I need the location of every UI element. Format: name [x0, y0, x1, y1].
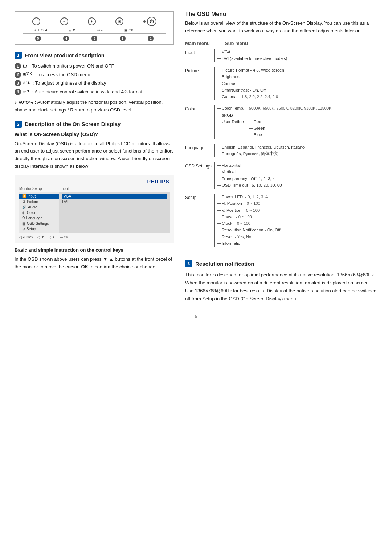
auto-label-text: AUTO/◄ — [19, 101, 33, 105]
osd-col-titles: Monitor Setup Input — [19, 187, 170, 191]
setup-phase: Phase - 0 ~ 100 — [217, 214, 377, 220]
osd-menu-picture: ⚙ Picture — [19, 199, 59, 204]
btn-4-icon: ⊟/▼ — [23, 88, 30, 94]
button-numbers: 5 4 3 2 1 — [23, 36, 166, 41]
footer-down: ◁ ▼ — [37, 235, 44, 239]
btn-3-text: : To adjust brightness of the display — [33, 80, 106, 87]
menu-input: Input VGA DVI (available for selective m… — [185, 49, 377, 65]
osd-settings-main: OSD Settings — [185, 162, 214, 169]
color-icon: ◎ — [22, 211, 25, 215]
osd-transparency: Transparency - Off, 1, 2, 3, 4 — [217, 176, 377, 182]
color-srgb: sRGB — [217, 112, 377, 118]
section3-title: Resolution notification — [195, 261, 254, 267]
input-subs: VGA DVI (available for selective models) — [214, 49, 377, 62]
osd-menu-description: Below is an overall view of the structur… — [185, 20, 377, 35]
color-temp: Color Temp. - 5000K, 6500K, 7500K, 8200K… — [217, 105, 377, 111]
language-label: Language — [26, 216, 42, 220]
language-row1: English, Español, Français, Deutsch, Ita… — [217, 144, 377, 150]
timeout-label: OSD Time out - 5, 10, 20, 30, 60 — [222, 182, 282, 188]
btn-4-text: : Auto picure control switching in wide … — [32, 88, 143, 96]
menu-label: ⊟/▼ — [69, 28, 75, 32]
osd-icon: ▦ — [22, 222, 25, 226]
setup-icon: ⊙ — [22, 227, 25, 231]
color-blue: Blue — [249, 132, 265, 138]
badge-2: 2 — [15, 72, 21, 78]
horizontal-label: Horizontal — [222, 162, 241, 169]
picture-contrast: Contrast — [217, 81, 377, 87]
badge-1: 1 — [15, 63, 21, 69]
setup-label: Setup — [26, 227, 36, 231]
led-dot — [143, 20, 146, 23]
menu-color: Color Color Temp. - 5000K, 6500K, 7500K,… — [185, 105, 377, 141]
setup-resolution-notif: Resolution Notification - On, Off — [217, 227, 377, 233]
btn-desc-4: 4 ⊟/▼ : Auto picure control switching in… — [15, 88, 174, 96]
osd-horizontal: Horizontal — [217, 162, 377, 169]
ok-label: ▣/OK — [124, 28, 134, 32]
color-main: Color — [185, 105, 214, 112]
picture-label: Picture — [27, 200, 38, 204]
sub-menu-header: Sub menu — [225, 41, 377, 46]
vposition-label: V. Position - 0 ~ 100 — [222, 207, 260, 214]
btn-3-icon: ☆/▲ — [23, 80, 30, 85]
osd-menu-setup: ⊙ Setup — [19, 226, 59, 232]
picture-icon: ⚙ — [22, 200, 25, 204]
input-icon: 📶 — [22, 194, 26, 198]
language-icon: Ω — [22, 216, 25, 220]
audio-label: Audio — [28, 205, 37, 209]
osd-menu-osd: ▦ OSD Settings — [19, 221, 59, 226]
osd-col2-title: Input — [61, 187, 69, 191]
color-userdefine: User Define Red Green — [217, 119, 377, 139]
footer-up: ◁ ▲ — [49, 235, 55, 239]
menu-button: ≡ — [60, 17, 68, 25]
picture-format-label: Picture Format - 4:3, Wide screen — [222, 67, 284, 73]
footer-back: ◁◄ Back — [19, 235, 33, 239]
section2-header: 2 Description of the On Screen Display — [15, 121, 174, 128]
menu-setup: Setup Power LED - 0, 1, 2, 3, 4 H. Posit… — [185, 194, 377, 249]
monitor-buttons: ≡ ✦ ▣ ⏻ — [23, 17, 166, 26]
language-subs: English, Español, Français, Deutsch, Ita… — [214, 144, 377, 158]
section3-header: 3 Resolution notification — [185, 260, 377, 267]
btn-desc-1: 1 ⏻ : To switch monitor's power ON and O… — [15, 62, 174, 70]
vertical-label: Vertical — [222, 169, 236, 175]
brightness-button: ✦ — [88, 17, 96, 25]
transparency-label: Transparency - Off, 1, 2, 3, 4 — [222, 176, 275, 182]
auto-badge-5: 5 — [15, 101, 17, 105]
ok-button: ▣ — [115, 17, 123, 25]
osd-menu-input: 📶 Input — [19, 194, 59, 199]
picture-gamma: Gamma - 1.8, 2.0, 2.2, 2.4, 2.6 — [217, 94, 377, 100]
menu-tree: Input VGA DVI (available for selective m… — [185, 49, 377, 249]
badge-3: 3 — [15, 80, 21, 86]
section1-header: 1 Front view product description — [15, 52, 174, 59]
osd-menu-language: Ω Language — [19, 215, 59, 221]
hposition-label: H. Position - 0 ~ 100 — [222, 200, 260, 207]
setup-clock: Clock - 0 ~ 100 — [217, 220, 377, 227]
btn-1-text: : To switch monitor's power ON and OFF — [29, 62, 114, 70]
osd-label: OSD Settings — [27, 222, 49, 226]
setup-information: Information — [217, 240, 377, 247]
phase-label: Phase - 0 ~ 100 — [222, 214, 252, 220]
osd-settings-subs: Horizontal Vertical Transparency - Off, … — [214, 162, 377, 189]
btn-2-icon: ▣/OK — [23, 71, 32, 77]
instruction-title: Basic and simple instruction on the cont… — [15, 247, 174, 253]
setup-subs: Power LED - 0, 1, 2, 3, 4 H. Position - … — [214, 194, 377, 247]
badge-4: 4 — [15, 89, 21, 95]
osd-submenu: VGA DVI — [59, 192, 170, 233]
setup-main: Setup — [185, 194, 214, 201]
gamma-label: Gamma - 1.8, 2.0, 2.2, 2.4, 2.6 — [222, 94, 278, 100]
btn-desc-2: 2 ▣/OK : To access the OSD menu — [15, 71, 174, 78]
btn-desc-3: 3 ☆/▲ : To adjust brightness of the disp… — [15, 80, 174, 87]
reset-label: Reset - Yes, No — [222, 234, 251, 240]
num-1: 1 — [148, 36, 154, 41]
brightness-label: Brightness — [222, 74, 241, 80]
osd-demo-header: PHILIPS — [19, 179, 170, 184]
dvi-label: DVI (available for selective models) — [222, 56, 287, 62]
osd-sub-dvi: DVI — [62, 199, 167, 204]
picture-smartcontrast: SmartContrast - On, Off — [217, 87, 377, 93]
instruction-text: In the OSD shown above users can press ▼… — [15, 256, 174, 271]
footer-ok: ▬ OK — [60, 235, 69, 239]
color-subs: Color Temp. - 5000K, 6500K, 7500K, 8200K… — [214, 105, 377, 139]
setup-powerled: Power LED - 0, 1, 2, 3, 4 — [217, 194, 377, 200]
setup-vposition: V. Position - 0 ~ 100 — [217, 207, 377, 214]
picture-brightness: Brightness — [217, 74, 377, 80]
setup-reset: Reset - Yes, No — [217, 234, 377, 240]
